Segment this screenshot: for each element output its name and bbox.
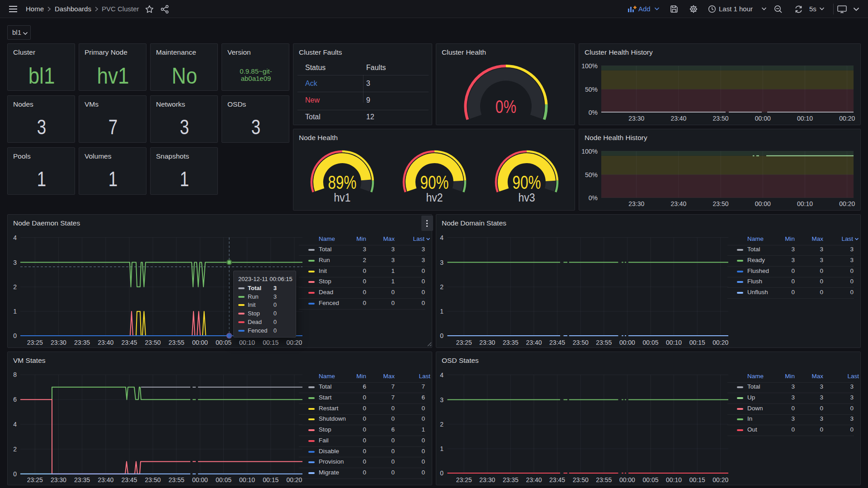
svg-text:23:40: 23:40 xyxy=(98,339,113,346)
svg-text:23:35: 23:35 xyxy=(74,339,90,346)
svg-text:00:20: 00:20 xyxy=(712,476,728,483)
svg-text:23:55: 23:55 xyxy=(596,339,612,346)
svg-text:00:20: 00:20 xyxy=(839,200,855,207)
svg-text:23:25: 23:25 xyxy=(456,339,472,346)
svg-text:4: 4 xyxy=(440,371,443,379)
svg-text:23:55: 23:55 xyxy=(169,476,184,483)
svg-text:23:25: 23:25 xyxy=(456,476,472,483)
svg-text:00:00: 00:00 xyxy=(192,339,208,346)
svg-text:23:50: 23:50 xyxy=(145,339,161,346)
svg-text:00:15: 00:15 xyxy=(689,476,705,483)
svg-text:23:25: 23:25 xyxy=(27,476,43,483)
svg-text:00:20: 00:20 xyxy=(286,476,302,483)
svg-text:00:05: 00:05 xyxy=(216,476,231,483)
svg-text:00:15: 00:15 xyxy=(689,339,705,346)
svg-text:4: 4 xyxy=(13,421,17,428)
svg-text:00:20: 00:20 xyxy=(286,339,302,346)
svg-text:23:50: 23:50 xyxy=(145,476,161,483)
svg-text:1: 1 xyxy=(440,308,443,315)
svg-text:1: 1 xyxy=(440,445,443,452)
svg-text:23:35: 23:35 xyxy=(74,476,90,483)
svg-text:23:30: 23:30 xyxy=(479,339,495,346)
svg-text:00:05: 00:05 xyxy=(642,339,658,346)
svg-text:23:45: 23:45 xyxy=(121,476,137,483)
svg-text:23:40: 23:40 xyxy=(670,115,686,122)
svg-text:3: 3 xyxy=(440,259,443,266)
svg-text:hv3: hv3 xyxy=(518,191,535,204)
svg-text:00:05: 00:05 xyxy=(216,339,231,346)
svg-text:3: 3 xyxy=(440,396,443,404)
svg-text:00:00: 00:00 xyxy=(192,476,208,483)
svg-text:0%: 0% xyxy=(495,96,516,117)
svg-text:0%: 0% xyxy=(589,194,598,202)
svg-text:8: 8 xyxy=(13,371,17,378)
svg-text:50%: 50% xyxy=(585,171,598,178)
svg-text:23:40: 23:40 xyxy=(526,339,542,346)
svg-text:23:45: 23:45 xyxy=(549,476,565,483)
svg-text:0%: 0% xyxy=(589,109,598,116)
svg-text:0: 0 xyxy=(13,470,17,478)
svg-text:2: 2 xyxy=(440,283,443,291)
svg-text:00:10: 00:10 xyxy=(666,476,682,483)
svg-text:00:15: 00:15 xyxy=(263,476,278,483)
svg-text:23:50: 23:50 xyxy=(573,339,589,346)
svg-text:00:20: 00:20 xyxy=(839,115,855,122)
svg-text:00:10: 00:10 xyxy=(666,339,682,346)
svg-text:23:55: 23:55 xyxy=(169,339,184,346)
svg-text:23:30: 23:30 xyxy=(51,476,66,483)
svg-text:4: 4 xyxy=(13,234,17,241)
svg-text:23:30: 23:30 xyxy=(628,115,644,122)
svg-text:23:45: 23:45 xyxy=(121,339,137,346)
svg-text:2: 2 xyxy=(13,446,17,453)
svg-text:23:30: 23:30 xyxy=(628,200,644,207)
svg-text:23:35: 23:35 xyxy=(503,476,519,483)
svg-text:23:40: 23:40 xyxy=(98,476,113,483)
svg-text:100%: 100% xyxy=(581,148,598,155)
svg-text:00:05: 00:05 xyxy=(642,476,658,483)
svg-text:23:50: 23:50 xyxy=(713,115,729,122)
svg-text:00:10: 00:10 xyxy=(239,476,255,483)
svg-text:0: 0 xyxy=(440,332,443,339)
svg-text:6: 6 xyxy=(13,396,17,403)
svg-text:4: 4 xyxy=(440,234,443,241)
svg-text:00:20: 00:20 xyxy=(712,339,728,346)
svg-text:23:30: 23:30 xyxy=(479,476,495,483)
svg-text:2: 2 xyxy=(440,421,443,428)
svg-text:00:00: 00:00 xyxy=(755,115,771,122)
svg-text:2: 2 xyxy=(13,283,17,291)
svg-text:23:55: 23:55 xyxy=(596,476,612,483)
svg-text:23:25: 23:25 xyxy=(27,339,43,346)
svg-text:3: 3 xyxy=(13,259,17,266)
svg-text:00:10: 00:10 xyxy=(239,339,255,346)
svg-text:00:00: 00:00 xyxy=(755,200,771,207)
svg-text:90%: 90% xyxy=(512,172,541,193)
svg-text:00:00: 00:00 xyxy=(619,476,635,483)
svg-text:23:30: 23:30 xyxy=(51,339,66,346)
svg-text:00:10: 00:10 xyxy=(797,200,813,207)
svg-text:0: 0 xyxy=(440,469,443,477)
svg-text:1: 1 xyxy=(13,308,17,315)
svg-text:50%: 50% xyxy=(585,86,598,93)
svg-text:0: 0 xyxy=(13,332,17,339)
svg-text:00:10: 00:10 xyxy=(797,115,813,122)
svg-text:23:45: 23:45 xyxy=(549,339,565,346)
svg-text:00:00: 00:00 xyxy=(619,339,635,346)
svg-text:23:40: 23:40 xyxy=(670,200,686,207)
svg-text:23:50: 23:50 xyxy=(713,200,729,207)
svg-text:00:15: 00:15 xyxy=(263,339,278,346)
svg-text:23:50: 23:50 xyxy=(573,476,589,483)
svg-text:100%: 100% xyxy=(581,62,598,70)
svg-text:23:40: 23:40 xyxy=(526,476,542,483)
svg-text:23:35: 23:35 xyxy=(503,339,519,346)
